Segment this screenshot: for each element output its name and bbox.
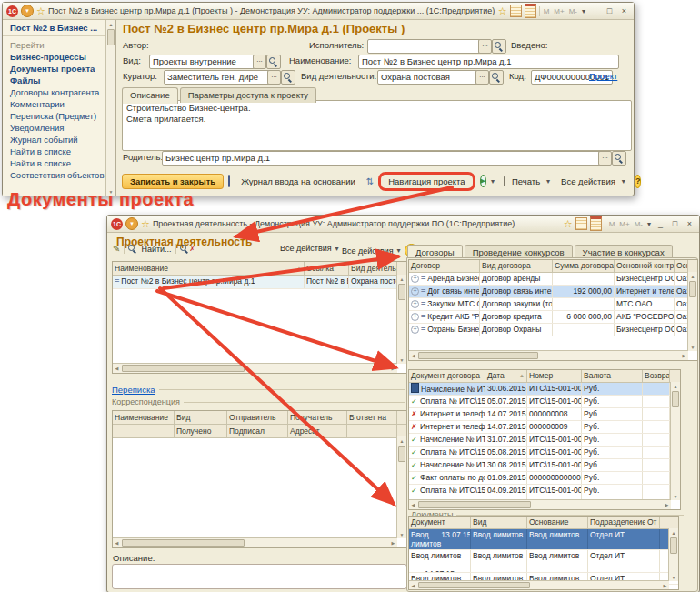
scroll-down-icon[interactable]: ▼ [397, 530, 406, 538]
curator-input[interactable]: Заместитель ген. дире [164, 70, 273, 85]
chevron-down-icon[interactable]: ▾ [622, 177, 625, 186]
all-actions-button[interactable]: Все действия [342, 246, 394, 256]
close-button[interactable]: × [684, 218, 695, 229]
table-row[interactable]: ✓Факт оплаты по догово...01.09.2015 12..… [409, 472, 680, 485]
table-row[interactable]: Ввод лимитов ...14.07.15Ввод лимитовВвод… [409, 550, 678, 573]
horizontal-scrollbar[interactable]: ◀▶ [113, 537, 397, 547]
kind-input[interactable]: Проекты внутренние [149, 55, 258, 69]
scroll-thumb[interactable] [672, 391, 679, 407]
scroll-track[interactable] [121, 538, 389, 547]
scroll-track[interactable] [106, 28, 115, 187]
scroll-up-icon[interactable]: ▲ [669, 528, 678, 537]
scroll-left-icon[interactable]: ◀ [409, 581, 417, 589]
table-row[interactable]: +=Закупки МТС ОАО ...Договор закупки (то… [409, 298, 697, 311]
input-on-base-icon[interactable]: ⇅ [366, 176, 374, 186]
table-row[interactable]: ✓Начисление № ИТС\15-...31.07.2015 0...И… [409, 434, 680, 447]
column-header[interactable]: Документ [409, 517, 471, 528]
column-header[interactable]: Основание [527, 517, 588, 528]
scroll-track[interactable] [397, 283, 406, 356]
column-header[interactable]: Документ договора [409, 370, 485, 382]
form-tab[interactable]: Описание [122, 87, 178, 104]
scroll-track[interactable] [688, 280, 697, 343]
column-header[interactable]: От имени [645, 517, 660, 528]
vertical-scrollbar[interactable]: ▲▼ [668, 528, 678, 581]
column-header[interactable] [347, 425, 397, 437]
scroll-thumb[interactable] [398, 284, 405, 300]
add-favorite-star-icon[interactable]: ☆ [498, 6, 507, 16]
expand-icon[interactable]: + [411, 300, 419, 308]
column-header[interactable]: Отправитель [227, 411, 288, 424]
vertical-scrollbar[interactable]: ▲▼ [396, 275, 406, 364]
column-header[interactable]: Вид [471, 517, 527, 528]
scroll-left-icon[interactable]: ◀ [409, 500, 417, 509]
horizontal-scrollbar[interactable]: ◀▶ [409, 499, 671, 509]
executor-input[interactable] [367, 39, 484, 54]
perepiska-link[interactable]: Переписка [112, 385, 155, 395]
sidebar-item-normal[interactable]: Уведомления [3, 122, 107, 134]
clear-search-icon[interactable] [180, 245, 189, 254]
curator-open-button[interactable] [281, 70, 295, 85]
sidebar-item-bold[interactable]: Бизнес-процессы [3, 51, 107, 63]
find-button[interactable]: Найти... [141, 245, 171, 254]
scroll-down-icon[interactable]: ▼ [397, 356, 406, 364]
column-header[interactable]: Валюта [582, 370, 643, 382]
column-header[interactable]: Договор [409, 260, 480, 272]
activity-open-button[interactable] [489, 70, 504, 85]
table-row[interactable]: +=Дог связь интерн. ...Договор связь инт… [409, 286, 697, 298]
scroll-down-icon[interactable]: ▼ [671, 492, 680, 500]
search-icon[interactable] [128, 245, 137, 254]
add-favorite-star-icon[interactable]: ☆ [564, 219, 573, 229]
maximize-button[interactable]: □ [669, 218, 681, 229]
vertical-scrollbar[interactable]: ▲▼ [687, 272, 697, 351]
go-icon[interactable]: ▶ [480, 175, 486, 187]
chevron-down-icon[interactable]: ▾ [581, 7, 586, 15]
chevron-down-icon[interactable]: ▾ [397, 246, 401, 255]
column-header[interactable]: Дата▲ [485, 370, 527, 382]
activity-input[interactable]: Охрана постовая [377, 70, 481, 85]
sidebar-item-bold[interactable]: Документы проекта [3, 63, 107, 75]
sidebar-item-normal[interactable]: Договоры контрагента... [3, 86, 107, 98]
scroll-left-icon[interactable]: ◀ [409, 351, 417, 360]
table-row[interactable]: Ввод лимитов13.07.15Ввод лимитовВвод лим… [409, 529, 678, 550]
horizontal-scrollbar[interactable]: ◀▶ [409, 350, 688, 360]
scroll-track[interactable] [417, 500, 663, 509]
table-row[interactable]: ✓Оплата № ИТС\15-001-...05.07.2015 0...И… [409, 396, 680, 408]
form-tab[interactable]: Параметры доступа к проекту [180, 87, 316, 103]
all-actions-button[interactable]: Все действия [559, 176, 617, 187]
scroll-thumb[interactable] [122, 539, 245, 547]
memory-minus-button[interactable]: M- [568, 7, 578, 15]
column-header[interactable]: Наименование▲ [113, 262, 305, 275]
scroll-right-icon[interactable]: ▶ [680, 351, 688, 360]
table-row[interactable]: ✗Интернет и телефония ...14.07.2015 13..… [409, 421, 680, 434]
sidebar-item-normal[interactable]: Найти в списке [3, 157, 107, 169]
system-menu-icon[interactable]: ▾ [21, 5, 34, 17]
memory-button[interactable]: M [608, 220, 616, 228]
calculator-icon[interactable] [510, 5, 522, 17]
print-button[interactable]: Печать [510, 176, 542, 187]
scroll-thumb[interactable] [670, 537, 677, 554]
minimize-button[interactable]: _ [589, 5, 601, 16]
scroll-left-icon[interactable]: ◀ [113, 538, 121, 547]
scroll-up-icon[interactable]: ▲ [106, 20, 115, 28]
scroll-thumb[interactable] [689, 281, 696, 297]
scroll-thumb[interactable] [122, 365, 245, 372]
sidebar-item-normal[interactable]: Журнал событий [3, 134, 107, 145]
sidebar-item-normal[interactable]: Переписка (Предмет) [3, 110, 107, 122]
table-row[interactable]: ✓Оплата № ИТС\15-001-...04.09.2015 0...И… [409, 485, 680, 497]
scroll-up-icon[interactable]: ▲ [397, 275, 406, 283]
journal-button[interactable]: Журнал ввода на основании [239, 176, 357, 187]
help-icon[interactable]: ? [635, 175, 642, 188]
name-input[interactable]: Пост №2 в Бизнес центр пр.Мира д.1 [358, 55, 619, 69]
project-link[interactable]: Проект [589, 71, 617, 81]
column-header[interactable]: Адресат [288, 425, 347, 437]
scroll-track[interactable] [121, 364, 389, 373]
table-row[interactable]: +=Аренда Бизнесцент...Договор арендыБизн… [409, 273, 697, 286]
scroll-thumb[interactable] [418, 352, 538, 359]
column-header[interactable]: Ссылка [305, 262, 349, 275]
column-header[interactable]: Номер [527, 370, 582, 382]
scroll-down-icon[interactable]: ▼ [688, 343, 697, 351]
close-button[interactable]: × [618, 5, 630, 16]
expand-icon[interactable]: + [411, 326, 419, 334]
executor-open-button[interactable] [492, 39, 506, 54]
calendar-icon[interactable] [590, 216, 602, 231]
